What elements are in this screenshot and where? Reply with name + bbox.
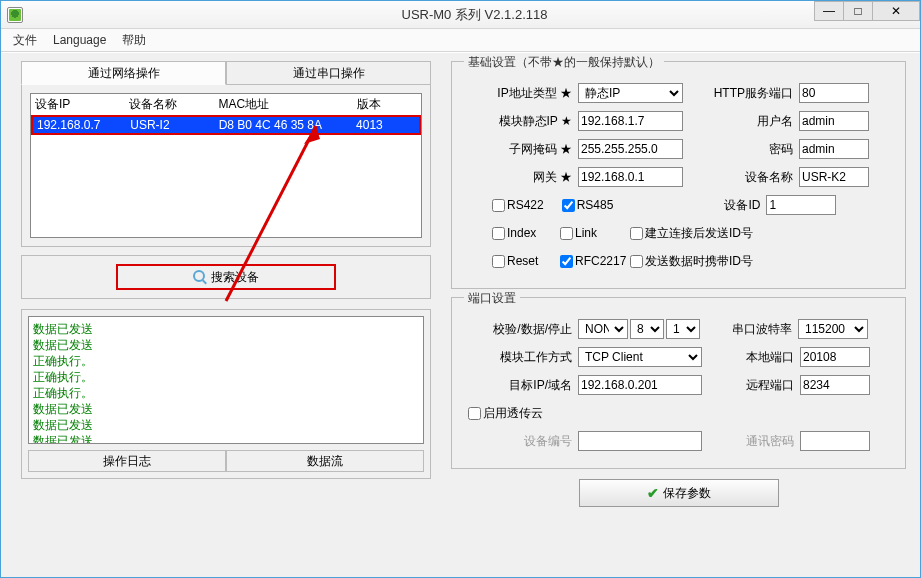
cloud-pwd-label: 通讯密码 [702,433,794,450]
menu-help[interactable]: 帮助 [114,32,154,49]
baud-label: 串口波特率 [700,321,792,338]
log-panel: 数据已发送 数据已发送 正确执行。 正确执行。 正确执行。 数据已发送 数据已发… [21,309,431,479]
log-output: 数据已发送 数据已发送 正确执行。 正确执行。 正确执行。 数据已发送 数据已发… [28,316,424,444]
tab-network[interactable]: 通过网络操作 [21,61,226,85]
ip-type-label: IP地址类型 ★ [462,85,572,102]
stopbits-select[interactable]: 1 [666,319,700,339]
port-settings-group: 端口设置 校验/数据/停止 NONE 8 1 串口波特率 115200 模块工作… [451,297,906,469]
target-input[interactable] [578,375,702,395]
cloud-enable-checkbox[interactable]: 启用透传云 [468,405,543,422]
network-tab-body: 设备IP 设备名称 MAC地址 版本 192.168.0.7 USR-I2 D8… [21,84,431,247]
app-icon [7,7,23,23]
log-line: 正确执行。 [33,385,419,401]
devid-input[interactable] [766,195,836,215]
cloud-devid-label: 设备编号 [462,433,572,450]
close-button[interactable]: ✕ [872,1,920,21]
window-title: USR-M0 系列 V2.1.2.118 [29,6,920,24]
static-ip-input[interactable] [578,111,683,131]
search-device-button[interactable]: 搜索设备 [116,264,336,290]
log-line: 数据已发送 [33,417,419,433]
col-name: 设备名称 [129,96,218,113]
http-port-input[interactable] [799,83,869,103]
menu-file[interactable]: 文件 [5,32,45,49]
target-label: 目标IP/域名 [462,377,572,394]
app-window: USR-M0 系列 V2.1.2.118 — □ ✕ 文件 Language 帮… [0,0,921,578]
log-line: 正确执行。 [33,353,419,369]
mode-select[interactable]: TCP Client [578,347,702,367]
rs422-checkbox[interactable]: RS422 [492,198,544,212]
pwd-label: 密码 [683,141,793,158]
col-ver: 版本 [357,96,417,113]
titlebar: USR-M0 系列 V2.1.2.118 — □ ✕ [1,1,920,29]
device-table: 设备IP 设备名称 MAC地址 版本 192.168.0.7 USR-I2 D8… [30,93,422,238]
parity-select[interactable]: NONE [578,319,628,339]
search-panel: 搜索设备 [21,255,431,299]
rfc2217-checkbox[interactable]: RFC2217 [560,254,630,268]
log-tab-oplog[interactable]: 操作日志 [28,450,226,472]
static-ip-label: 模块静态IP ★ [462,113,572,130]
log-line: 正确执行。 [33,369,419,385]
localport-input[interactable] [800,347,870,367]
log-line: 数据已发送 [33,321,419,337]
gateway-input[interactable] [578,167,683,187]
index-checkbox[interactable]: Index [492,226,560,240]
content-area: 通过网络操作 通过串口操作 设备IP 设备名称 MAC地址 版本 192.168… [1,53,920,577]
port-legend: 端口设置 [464,290,520,307]
log-line: 数据已发送 [33,401,419,417]
basic-settings-group: 基础设置（不带★的一般保持默认） IP地址类型 ★ 静态IP HTTP服务端口 … [451,61,906,289]
log-line: 数据已发送 [33,433,419,444]
baud-select[interactable]: 115200 [798,319,868,339]
subnet-label: 子网掩码 ★ [462,141,572,158]
menu-language[interactable]: Language [45,33,114,47]
link-checkbox[interactable]: Link [560,226,630,240]
subnet-input[interactable] [578,139,683,159]
sendid-conn-checkbox[interactable]: 建立连接后发送ID号 [630,225,753,242]
remoteport-label: 远程端口 [702,377,794,394]
user-label: 用户名 [683,113,793,130]
devname-input[interactable] [799,167,869,187]
menubar: 文件 Language 帮助 [1,29,920,52]
save-params-button[interactable]: ✔ 保存参数 [579,479,779,507]
sendid-data-checkbox[interactable]: 发送数据时携带ID号 [630,253,753,270]
reset-checkbox[interactable]: Reset [492,254,560,268]
device-table-header: 设备IP 设备名称 MAC地址 版本 [31,94,421,115]
device-row-selected[interactable]: 192.168.0.7 USR-I2 D8 B0 4C 46 35 8A 401… [31,115,421,135]
tab-serial[interactable]: 通过串口操作 [226,61,431,85]
mode-label: 模块工作方式 [462,349,572,366]
cloud-devid-input [578,431,702,451]
devname-label: 设备名称 [683,169,793,186]
maximize-button[interactable]: □ [843,1,873,21]
log-line: 数据已发送 [33,337,419,353]
search-icon [193,270,207,284]
gateway-label: 网关 ★ [462,169,572,186]
basic-legend: 基础设置（不带★的一般保持默认） [464,54,664,71]
user-input[interactable] [799,111,869,131]
minimize-button[interactable]: — [814,1,844,21]
ip-type-select[interactable]: 静态IP [578,83,683,103]
rs485-checkbox[interactable]: RS485 [562,198,614,212]
log-tab-dataflow[interactable]: 数据流 [226,450,424,472]
databits-select[interactable]: 8 [630,319,664,339]
pwd-input[interactable] [799,139,869,159]
col-mac: MAC地址 [219,96,358,113]
cloud-pwd-input [800,431,870,451]
remoteport-input[interactable] [800,375,870,395]
check-icon: ✔ [647,485,659,501]
http-port-label: HTTP服务端口 [683,85,793,102]
localport-label: 本地端口 [702,349,794,366]
parity-label: 校验/数据/停止 [462,321,572,338]
devid-label: 设备ID [613,197,760,214]
col-ip: 设备IP [35,96,129,113]
